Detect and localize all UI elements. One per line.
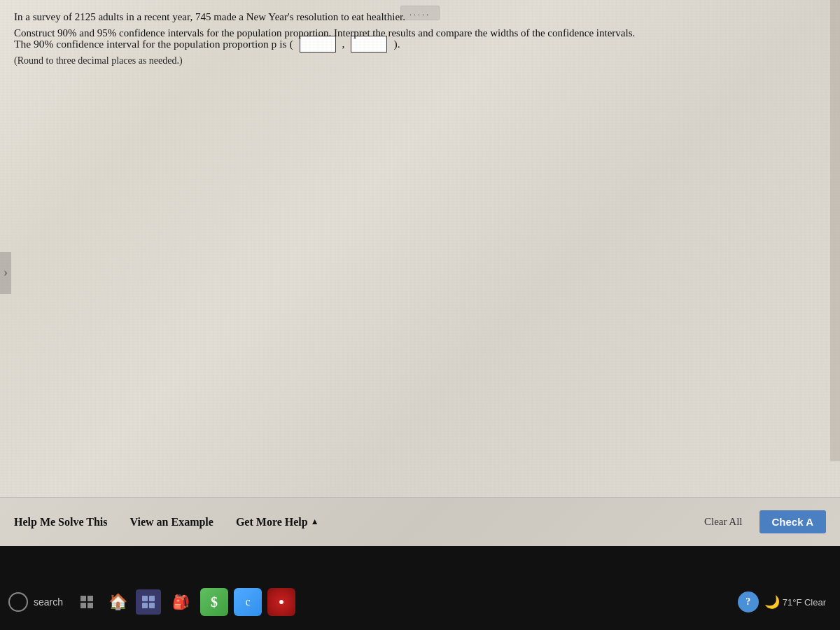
house-icon: 🏠 [108, 593, 127, 611]
svg-rect-0 [80, 596, 86, 601]
answer-end-text: ). [393, 38, 400, 50]
taskbar-icons: 🏠 🎒 $ c [74, 588, 295, 616]
check-answer-button[interactable]: Check A [760, 510, 826, 533]
browser-icon: c [245, 596, 250, 608]
svg-rect-1 [88, 596, 93, 601]
grid-menu-icon[interactable] [74, 589, 99, 615]
arrow-up-icon: ▲ [311, 517, 319, 527]
view-example-button[interactable]: View an Example [119, 510, 225, 534]
help-badge[interactable]: ? [738, 592, 759, 612]
moon-icon: 🌙 [764, 594, 780, 610]
svg-rect-3 [88, 603, 93, 608]
help-badge-label: ? [746, 596, 750, 608]
app-grid-icon[interactable] [136, 589, 161, 615]
svg-rect-7 [149, 603, 155, 608]
weather-text: 71°F Clear [783, 597, 826, 608]
svg-rect-6 [142, 603, 148, 608]
question-line2: Construct 90% and 95% confidence interva… [14, 27, 826, 39]
clear-all-button[interactable]: Clear All [696, 512, 751, 532]
bottom-toolbar: Help Me Solve This View an Example Get M… [0, 497, 840, 546]
right-buttons: Clear All Check A [696, 510, 826, 533]
dollar-icon: $ [211, 594, 218, 610]
get-more-help-button[interactable]: Get More Help ▲ [225, 510, 330, 534]
answer-mid-text: , [342, 38, 345, 50]
bag-icon-taskbar[interactable]: 🎒 [167, 588, 195, 616]
question-line1: In a survey of 2125 adults in a recent y… [14, 11, 826, 23]
browser-icon-taskbar[interactable]: c [234, 588, 262, 616]
round-note: (Round to three decimal places as needed… [14, 55, 826, 66]
left-nav-arrow[interactable] [0, 252, 11, 294]
svg-rect-5 [149, 596, 155, 601]
search-area: search [7, 591, 63, 613]
get-more-help-label: Get More Help [236, 516, 308, 528]
search-label[interactable]: search [34, 596, 63, 608]
question-area: In a survey of 2125 adults in a recent y… [0, 0, 840, 39]
svg-rect-4 [142, 596, 148, 601]
grid-svg [79, 594, 94, 610]
bag-icon: 🎒 [172, 594, 190, 610]
weather-display: 🌙 71°F Clear [764, 594, 826, 610]
main-content: In a survey of 2125 adults in a recent y… [0, 0, 840, 546]
home-icon[interactable]: 🏠 [105, 589, 130, 615]
svg-rect-2 [80, 603, 86, 608]
taskbar-inner: search 🏠 [0, 581, 840, 623]
scroll-area[interactable] [830, 0, 840, 461]
answer-prompt-text: The 90% confidence interval for the popu… [14, 38, 293, 50]
dollar-app-icon[interactable]: $ [200, 588, 228, 616]
help-me-solve-button[interactable]: Help Me Solve This [14, 510, 119, 534]
windows-circle-icon [8, 592, 28, 612]
taskbar: search 🏠 [0, 546, 840, 630]
app-grid-svg [141, 595, 155, 609]
red-icon-label: ● [279, 596, 284, 608]
windows-button[interactable] [7, 591, 29, 613]
system-tray: ? 🌙 71°F Clear [738, 592, 833, 612]
red-app-icon[interactable]: ● [267, 588, 295, 616]
